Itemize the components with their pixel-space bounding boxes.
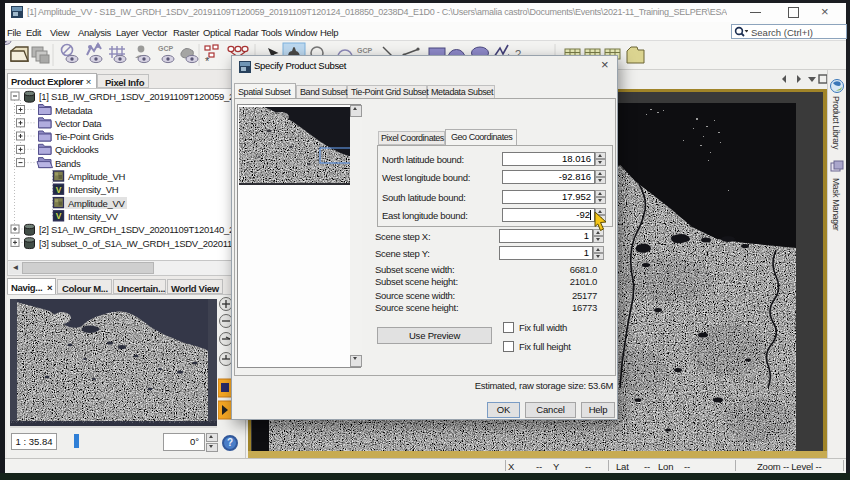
svg-text:GCP: GCP	[357, 47, 373, 54]
svg-text:*: *	[205, 55, 210, 67]
svg-text:GCP: GCP	[158, 45, 174, 52]
svg-text:V: V	[56, 185, 62, 195]
